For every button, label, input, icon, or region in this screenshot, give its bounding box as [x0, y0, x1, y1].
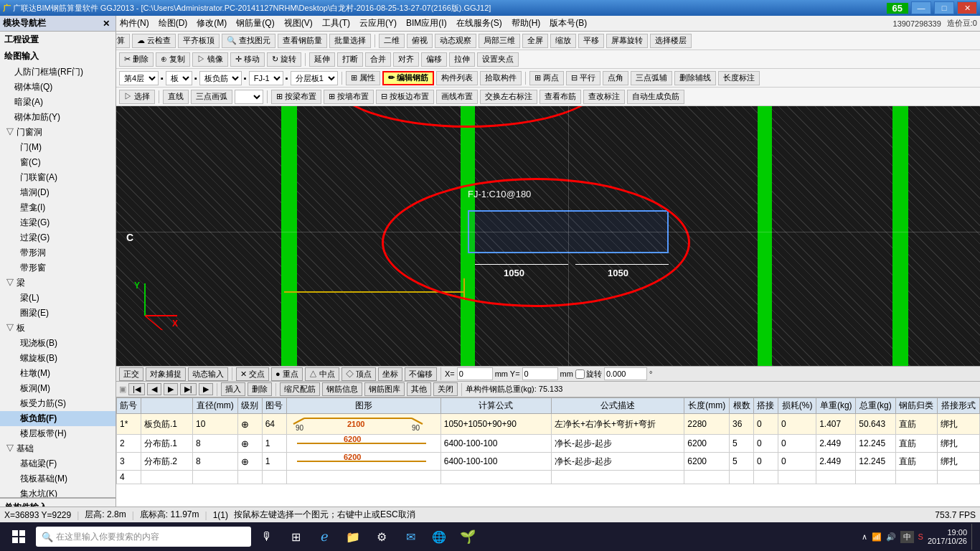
- toolbar-btn-find[interactable]: 🔍 查找图元: [222, 34, 275, 48]
- rebar-nav-first[interactable]: |◀: [128, 383, 145, 395]
- nav-item-found-beam[interactable]: 基础梁(F): [0, 456, 116, 471]
- toolbar-btn-by-board-edge[interactable]: ⊟ 按板边布置: [376, 90, 434, 104]
- toolbar-btn-delete[interactable]: ✂ 删除: [119, 52, 154, 67]
- toolbar-btn-view-rebar[interactable]: 查看钢筋量: [278, 34, 327, 48]
- btn-midpoint[interactable]: △ 中点: [305, 367, 339, 381]
- table-cell[interactable]: 板负筋.1: [141, 414, 192, 435]
- table-cell[interactable]: 分布筋.1: [141, 435, 192, 453]
- toolbar-btn-two-point[interactable]: ⊞ 两点: [529, 71, 564, 85]
- nav-group-beam[interactable]: ▽ 梁: [0, 276, 116, 291]
- toolbar-btn-auto-neg[interactable]: 自动生成负筋: [627, 90, 684, 104]
- toolbar-btn-align[interactable]: 平齐板顶: [178, 34, 220, 48]
- toolbar-btn-length-mark[interactable]: 长度标注: [718, 71, 760, 85]
- toolbar-btn-three-arc[interactable]: 三点弧辅: [631, 71, 672, 85]
- draw-style-select[interactable]: [235, 90, 263, 104]
- toolbar-btn-align2[interactable]: 对齐: [393, 52, 419, 67]
- table-cell[interactable]: 90 2100 90: [286, 414, 440, 435]
- toolbar-btn-rotate[interactable]: 屏幕旋转: [606, 34, 648, 48]
- layer-select[interactable]: 第4层: [119, 71, 159, 85]
- table-cell[interactable]: 4: [117, 471, 141, 484]
- toolbar-btn-part-list[interactable]: 构件列表: [436, 71, 478, 85]
- menu-item-rebar[interactable]: 钢筋量(Q): [232, 16, 278, 31]
- toolbar-btn-fullscreen[interactable]: 全屏: [522, 34, 548, 48]
- nav-item-hidden-beam[interactable]: 暗梁(A): [0, 95, 116, 110]
- rebar-btn-close[interactable]: 关闭: [433, 382, 458, 396]
- rebar-btn-info[interactable]: 钢筋信息: [322, 382, 362, 396]
- nav-section-project[interactable]: 工程设置: [0, 32, 116, 48]
- nav-item-wall-hole[interactable]: 墙洞(D): [0, 185, 116, 200]
- btn-midpt[interactable]: ● 重点: [271, 367, 303, 381]
- toolbar-btn-arc[interactable]: 三点画弧: [191, 90, 232, 104]
- toolbar-btn-pan[interactable]: 平移: [578, 34, 604, 48]
- rebar-type-select[interactable]: 板负筋: [199, 71, 242, 85]
- btn-vertex[interactable]: ◇ 顶点: [341, 367, 376, 381]
- toolbar-btn-select-layer[interactable]: 选择楼层: [650, 34, 692, 48]
- menu-item-modify[interactable]: 修改(M): [192, 16, 231, 31]
- toolbar-btn-grip[interactable]: 设置夹点: [477, 52, 519, 67]
- toolbar-btn-2d[interactable]: 二维: [379, 34, 405, 48]
- toolbar-btn-dynamic[interactable]: 动态观察: [435, 34, 476, 48]
- table-cell[interactable]: 1*: [117, 414, 141, 435]
- rebar-btn-other[interactable]: 其他: [407, 382, 431, 396]
- type-select[interactable]: 板: [166, 71, 192, 85]
- nav-item-window[interactable]: 窗(C): [0, 155, 116, 170]
- toolbar-btn-zoom-in[interactable]: 缩放: [550, 34, 576, 48]
- table-cell[interactable]: 2: [117, 435, 141, 453]
- toolbar-btn-copy[interactable]: ⊕ 复制: [156, 52, 190, 67]
- toolbar-btn-stretch[interactable]: 拉伸: [449, 52, 475, 67]
- table-cell[interactable]: 分布筋.2: [141, 453, 192, 471]
- mic-button[interactable]: 🎙: [254, 524, 280, 550]
- table-cell[interactable]: [141, 471, 192, 484]
- toolbar-btn-pick[interactable]: 拾取构件: [480, 71, 522, 85]
- settings-button[interactable]: ⚙: [369, 524, 395, 550]
- toolbar-btn-mirror[interactable]: ▷ 镜像: [192, 52, 228, 67]
- nav-item-masonry[interactable]: 砌体墙(Q): [0, 80, 116, 95]
- tray-arrow[interactable]: ∧: [862, 532, 867, 542]
- toolbar-btn-move[interactable]: ✛ 移动: [230, 52, 265, 67]
- taskbar-search[interactable]: 🔍 在这里输入你要搜索的内容: [36, 527, 251, 547]
- y-input[interactable]: [522, 367, 558, 380]
- rebar-nav-prev[interactable]: ◀: [147, 383, 161, 395]
- canvas-area[interactable]: C FJ-1:C10@180 1050 1050 X Y: [116, 106, 980, 366]
- table-cell[interactable]: 6200: [286, 453, 440, 471]
- rebar-nav-last[interactable]: ▶|: [180, 383, 197, 395]
- table-cell[interactable]: [286, 471, 440, 484]
- toolbar-btn-edit-rebar[interactable]: ✏ 编辑钢筋: [382, 71, 434, 85]
- toolbar-btn-line[interactable]: 直线: [163, 90, 189, 104]
- table-cell[interactable]: 6200: [286, 435, 440, 453]
- nav-item-beam[interactable]: 梁(L): [0, 291, 116, 306]
- minimize-button[interactable]: —: [911, 1, 931, 14]
- toolbar-btn-property[interactable]: ⊞ 属性: [346, 71, 380, 85]
- rebar-btn-scale[interactable]: 缩尺配筋: [280, 382, 320, 396]
- network-button[interactable]: 🌱: [455, 524, 481, 550]
- nav-item-slab-hole[interactable]: 板洞(M): [0, 381, 116, 396]
- nav-item-niche[interactable]: 壁龛(I): [0, 200, 116, 215]
- folder-button[interactable]: 📁: [340, 524, 366, 550]
- toolbar-btn-cloud-check[interactable]: ☁ 云检查: [132, 34, 176, 48]
- menu-item-tools[interactable]: 工具(T): [318, 16, 354, 31]
- nav-item-masonry-rebar[interactable]: 砌体加筋(Y): [0, 110, 116, 125]
- nav-item-slab-force-rebar[interactable]: 板受力筋(S): [0, 396, 116, 411]
- btn-intersect[interactable]: ✕ 交点: [236, 367, 269, 381]
- toolbar-btn-merge[interactable]: 合并: [365, 52, 391, 67]
- menu-item-version[interactable]: 版本号(B): [545, 16, 591, 31]
- toolbar-btn-by-wall[interactable]: ⊞ 按墙布置: [324, 90, 374, 104]
- nav-item-cast-slab[interactable]: 现浇板(B): [0, 336, 116, 351]
- toolbar-btn-point-angle[interactable]: 点角: [603, 71, 628, 85]
- task-view-button[interactable]: ⊞: [283, 524, 308, 550]
- element-select[interactable]: FJ-1: [249, 71, 283, 85]
- rebar-btn-insert[interactable]: 插入: [221, 382, 245, 396]
- nav-item-strip-hole[interactable]: 带形洞: [0, 245, 116, 260]
- nav-item-lintel[interactable]: 过梁(G): [0, 230, 116, 245]
- menu-item-part[interactable]: 构件(N): [116, 16, 154, 31]
- btn-ortho[interactable]: 正交: [119, 367, 143, 381]
- rebar-nav-next[interactable]: ▶: [164, 383, 178, 395]
- toolbar-btn-rotate2[interactable]: ↻ 旋转: [267, 52, 301, 67]
- browser-button[interactable]: ℯ: [311, 524, 337, 550]
- nav-item-door-window[interactable]: 门联窗(A): [0, 170, 116, 185]
- menu-item-view[interactable]: 视图(V): [280, 16, 317, 31]
- tray-ime[interactable]: 中: [900, 531, 914, 543]
- toolbar-btn-local3d[interactable]: 局部三维: [479, 34, 520, 48]
- nav-item-ring-beam[interactable]: 圈梁(E): [0, 306, 116, 321]
- mail-button[interactable]: ✉: [397, 524, 423, 550]
